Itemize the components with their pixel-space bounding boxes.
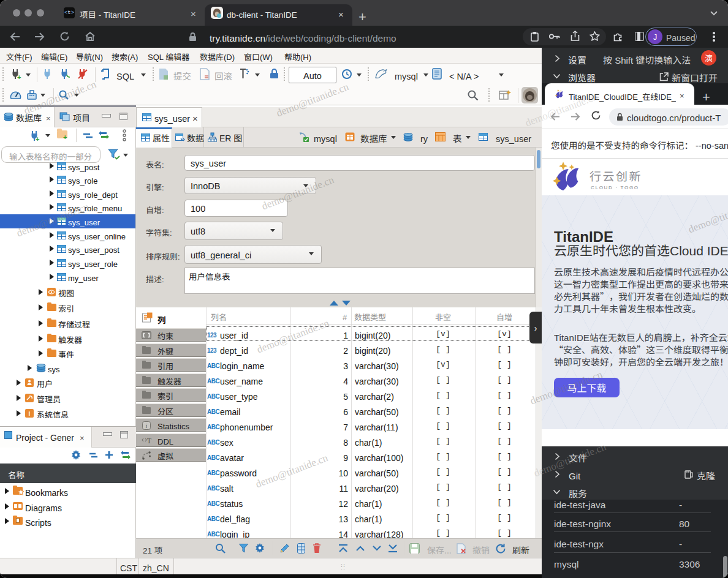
svg-text:i: i [146,422,148,429]
svg-text:+: + [17,72,21,80]
svg-text:T: T [147,437,152,445]
svg-text:+: + [36,133,39,141]
